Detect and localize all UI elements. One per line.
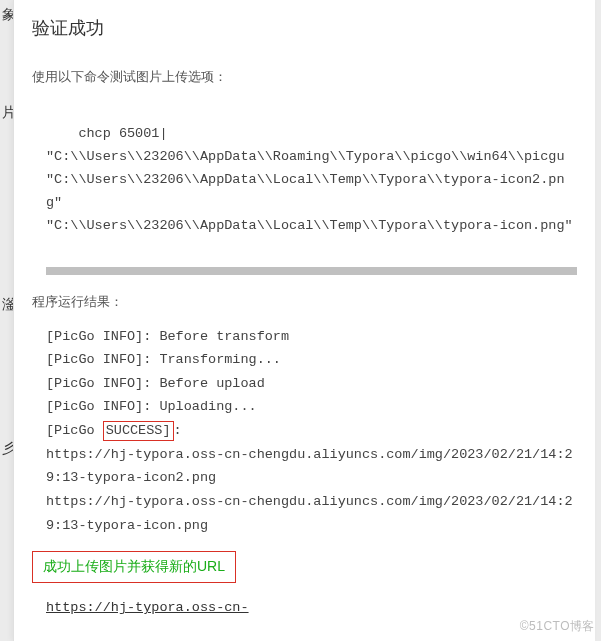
result-line: [PicGo INFO]: Before transform <box>46 325 577 349</box>
success-suffix: : <box>174 423 182 438</box>
success-banner: 成功上传图片并获得新的URL <box>32 551 236 583</box>
result-label: 程序运行结果： <box>32 293 577 311</box>
result-line: [PicGo INFO]: Uploading... <box>46 395 577 419</box>
result-output[interactable]: [PicGo INFO]: Before transform [PicGo IN… <box>46 325 577 538</box>
result-url: https://hj-typora.oss-cn-chengdu.aliyunc… <box>46 490 577 537</box>
command-line: "C:\\Users\\23206\\AppData\\Local\\Temp\… <box>46 218 573 233</box>
command-line: "C:\\Users\\23206\\AppData\\Roaming\\Typ… <box>46 149 573 210</box>
command-block[interactable]: chcp 65001| "C:\\Users\\23206\\AppData\\… <box>46 100 577 261</box>
result-url: https://hj-typora.oss-cn-chengdu.aliyunc… <box>46 443 577 490</box>
instruction-text: 使用以下命令测试图片上传选项： <box>32 68 577 86</box>
result-success-line: [PicGo SUCCESS]: <box>46 419 577 443</box>
success-highlight: SUCCESS] <box>103 421 174 441</box>
command-line: chcp 65001| <box>78 126 167 141</box>
result-line: [PicGo INFO]: Before upload <box>46 372 577 396</box>
validation-dialog: 验证成功 使用以下命令测试图片上传选项： chcp 65001| "C:\\Us… <box>13 0 595 641</box>
success-prefix: [PicGo <box>46 423 103 438</box>
footer-url-link[interactable]: https://hj-typora.oss-cn- <box>46 600 249 615</box>
dialog-title: 验证成功 <box>32 16 577 40</box>
result-line: [PicGo INFO]: Transforming... <box>46 348 577 372</box>
watermark: ©51CTO博客 <box>520 618 595 635</box>
horizontal-scrollbar[interactable] <box>46 267 577 275</box>
